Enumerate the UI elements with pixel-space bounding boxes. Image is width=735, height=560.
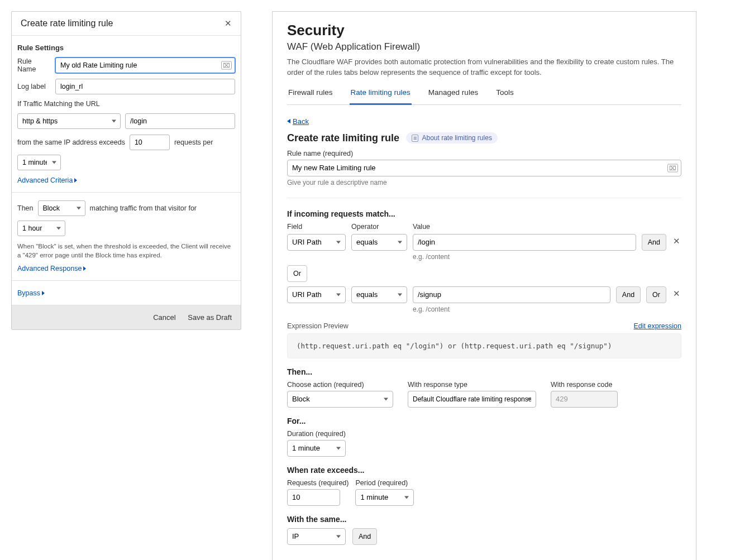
same-heading: With the same... xyxy=(287,515,681,524)
condition-row: e.g. /content And Or ✕ xyxy=(287,286,681,313)
save-draft-button[interactable]: Save as Draft xyxy=(188,313,232,322)
period-label: Period (required) xyxy=(355,479,414,487)
or-button[interactable]: Or xyxy=(287,265,307,282)
cancel-button[interactable]: Cancel xyxy=(153,313,175,322)
response-type-label: With response type xyxy=(408,381,536,389)
value-header: Value xyxy=(413,223,681,231)
and-button[interactable]: And xyxy=(616,286,641,303)
duration-select[interactable] xyxy=(287,440,346,457)
rule-name-input[interactable] xyxy=(55,58,235,73)
from-same-label: from the same IP address exceeds xyxy=(17,138,125,146)
old-modal-title: Create rate limiting rule xyxy=(21,18,113,28)
requests-label: Requests (required) xyxy=(287,479,349,487)
value-input[interactable] xyxy=(413,286,610,303)
expression-preview-label: Expression Preview xyxy=(287,322,349,330)
old-footer: Cancel Save as Draft xyxy=(12,305,241,329)
rule-settings-heading: Rule Settings xyxy=(17,44,235,52)
period-select[interactable] xyxy=(17,155,61,170)
caret-right-icon xyxy=(74,178,77,183)
page-subtitle: WAF (Web Application Firewall) xyxy=(287,41,681,52)
log-label-label: Log label xyxy=(17,83,51,90)
rule-name-label: Rule Name xyxy=(17,58,51,73)
requests-per-label: requests per xyxy=(174,138,213,146)
arrow-left-icon xyxy=(287,119,290,123)
path-input[interactable] xyxy=(125,113,235,129)
operator-select[interactable] xyxy=(351,234,407,251)
duration-select[interactable] xyxy=(17,221,65,236)
rule-name-hint: Give your rule a descriptive name xyxy=(287,179,681,186)
period-select[interactable] xyxy=(355,489,414,506)
rate-heading: When rate exceeds... xyxy=(287,466,681,475)
response-code-input xyxy=(551,391,618,408)
field-header: Field xyxy=(287,223,346,231)
tab-firewall-rules[interactable]: Firewall rules xyxy=(287,84,334,104)
response-type-select[interactable] xyxy=(408,391,536,408)
about-rate-limiting-tag[interactable]: About rate limiting rules xyxy=(406,132,498,143)
advanced-criteria-link[interactable]: Advanced Criteria xyxy=(17,176,77,184)
value-input[interactable] xyxy=(413,234,636,251)
caret-right-icon xyxy=(83,266,86,271)
choose-action-label: Choose action (required) xyxy=(287,381,393,389)
condition-row: e.g. /content And ✕ xyxy=(287,234,681,261)
tab-managed-rules[interactable]: Managed rules xyxy=(427,84,479,104)
waf-page: Security WAF (Web Application Firewall) … xyxy=(272,11,696,560)
block-hint-text: When "Block" is set, when the threshold … xyxy=(17,242,235,260)
log-label-input[interactable] xyxy=(55,79,235,94)
scheme-select[interactable] xyxy=(17,113,121,129)
close-icon[interactable]: ✕ xyxy=(225,18,232,28)
caret-right-icon xyxy=(42,291,45,295)
and-button[interactable]: And xyxy=(352,528,377,545)
value-hint: e.g. /content xyxy=(413,305,610,313)
waf-tabs: Firewall rules Rate limiting rules Manag… xyxy=(287,84,681,105)
page-description: The Cloudflare WAF provides both automat… xyxy=(287,57,681,78)
duration-label: Duration (required) xyxy=(287,430,681,438)
requests-input[interactable] xyxy=(287,489,340,506)
expression-preview: (http.request.uri.path eq "/login") or (… xyxy=(287,333,681,358)
remove-row-icon[interactable]: ✕ xyxy=(672,234,681,248)
tab-rate-limiting-rules[interactable]: Rate limiting rules xyxy=(350,84,412,105)
remove-row-icon[interactable]: ✕ xyxy=(672,286,681,301)
and-button[interactable]: And xyxy=(642,234,666,251)
action-select[interactable] xyxy=(38,200,85,216)
new-rule-name-input[interactable] xyxy=(287,160,681,176)
back-link[interactable]: Back xyxy=(287,117,309,126)
matching-for-label: matching traffic from that visitor for xyxy=(90,204,197,212)
page-title: Security xyxy=(287,22,681,39)
name-slot-icon: ⌧ xyxy=(667,164,678,172)
or-button[interactable]: Or xyxy=(646,286,666,303)
then-label: Then xyxy=(17,204,34,212)
value-hint: e.g. /content xyxy=(413,253,636,261)
operator-header: Operator xyxy=(351,223,407,231)
create-rule-title: Create rate limiting rule xyxy=(287,132,399,144)
old-rate-limit-modal: Create rate limiting rule ✕ Rule Setting… xyxy=(11,11,241,330)
advanced-response-link[interactable]: Advanced Response xyxy=(17,265,86,272)
rule-name-label: Rule name (required) xyxy=(287,150,681,157)
field-select[interactable] xyxy=(287,286,346,303)
for-heading: For... xyxy=(287,417,681,425)
same-select[interactable] xyxy=(287,528,346,545)
bypass-link[interactable]: Bypass xyxy=(17,289,45,297)
traffic-match-label: If Traffic Matching the URL xyxy=(17,100,100,108)
action-select[interactable] xyxy=(287,391,393,408)
tab-tools[interactable]: Tools xyxy=(495,84,515,104)
request-count-input[interactable] xyxy=(130,135,170,150)
name-slot-icon: ⌧ xyxy=(221,61,232,70)
field-select[interactable] xyxy=(287,234,346,251)
edit-expression-link[interactable]: Edit expression xyxy=(634,322,681,330)
incoming-match-heading: If incoming requests match... xyxy=(287,209,681,218)
then-heading: Then... xyxy=(287,367,681,376)
operator-select[interactable] xyxy=(351,286,407,303)
response-code-label: With response code xyxy=(551,381,618,389)
